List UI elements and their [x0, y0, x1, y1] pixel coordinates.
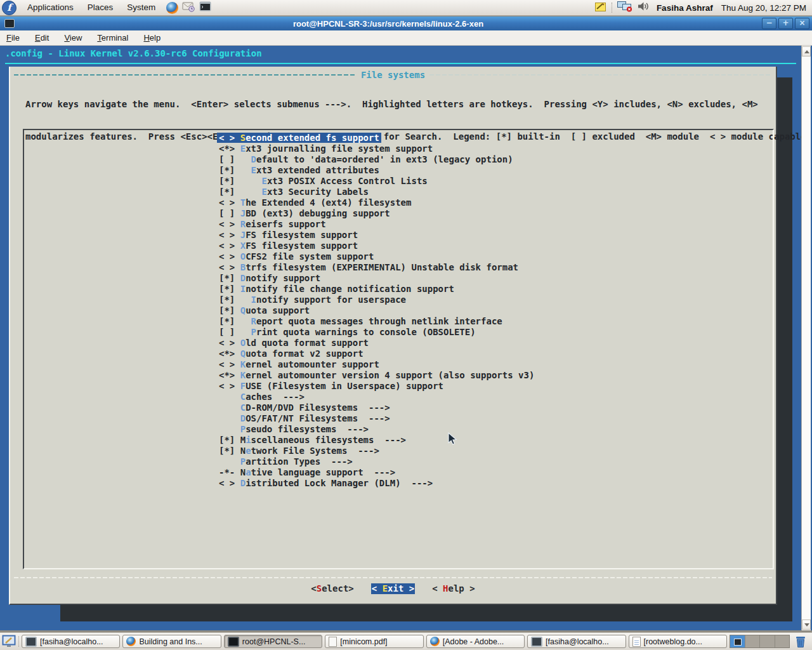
taskbar-window-label: [minicom.pdf] [340, 637, 387, 646]
menu-item[interactable]: < > XFS filesystem support [219, 241, 773, 251]
instructions-line-1: Arrow keys navigate the menu. <Enter> se… [25, 99, 806, 110]
scroll-up-icon[interactable] [802, 46, 811, 56]
workspace-cell-3[interactable] [759, 635, 775, 647]
terminal-launcher-icon[interactable] [199, 1, 211, 14]
taskbar-window-label: [fasiha@localho... [40, 637, 103, 646]
taskbar-window-button[interactable]: [fasiha@localho... [22, 635, 120, 648]
maximize-icon[interactable]: + [778, 18, 793, 29]
backtitle-separator [5, 63, 796, 64]
menu-item[interactable]: <*> Ext3 journalling file system support [219, 143, 773, 154]
terminal-scrollbar[interactable] [801, 46, 811, 630]
close-icon[interactable]: × [795, 18, 809, 29]
trash-icon[interactable] [794, 634, 808, 650]
menu-item[interactable]: < > FUSE (Filesystem in Userspace) suppo… [219, 381, 773, 392]
menu-item[interactable]: [*] Dnotify support [219, 273, 773, 284]
menubar-item-terminal[interactable]: Terminal [97, 33, 128, 43]
scroll-down-icon[interactable] [802, 620, 811, 630]
menu-item[interactable]: Caches ---> [219, 392, 773, 402]
menu-item[interactable]: [ ] Print quota warnings to console (OBS… [219, 327, 773, 338]
menu-item[interactable]: < > Old quota format support [219, 338, 773, 348]
workspace-switcher [730, 635, 790, 648]
menu-item[interactable]: < > OCFS2 file system support [219, 251, 773, 262]
window-titlebar[interactable]: root@HPCNL-SR-3:/usr/src/kernels/linux-2… [0, 17, 812, 30]
taskbar: [fasiha@localho...Building and Ins...roo… [0, 632, 812, 650]
title-rule-left [14, 74, 357, 76]
menubar-item-file[interactable]: File [6, 33, 20, 43]
workspace-cell-4[interactable] [775, 635, 790, 647]
taskbar-window-button[interactable]: [Adobe - Adobe... [426, 635, 525, 648]
panel-menu-system[interactable]: System [120, 0, 162, 15]
menuconfig-backtitle: .config - Linux Kernel v2.6.30-rc6 Confi… [5, 48, 262, 58]
menu-item[interactable]: [*] Inotify file change notification sup… [219, 284, 773, 295]
button-separator [14, 577, 772, 578]
menu-item[interactable]: [*] Network File Systems ---> [219, 446, 773, 456]
menu-item[interactable]: [*] Report quota messages through netlin… [219, 316, 773, 327]
email-icon[interactable] [182, 1, 195, 15]
workspace-cell-2[interactable] [745, 635, 760, 647]
mouse-cursor [448, 432, 457, 448]
taskbar-window-button[interactable]: Building and Ins... [122, 635, 221, 648]
terminal-content: .config - Linux Kernel v2.6.30-rc6 Confi… [0, 46, 812, 630]
menu-item[interactable]: < > Distributed Lock Manager (DLM) ---> [219, 478, 773, 489]
menu-item[interactable]: CD-ROM/DVD Filesystems ---> [219, 402, 773, 413]
taskbar-window-label: [fasiha@localho... [546, 637, 609, 646]
menu-item[interactable]: [ ] Default to 'data=ordered' in ext3 (l… [219, 154, 773, 165]
menu-item[interactable]: <*> Kernel automounter version 4 support… [219, 370, 773, 381]
taskbar-window-button[interactable]: [rootweblog.do... [629, 635, 727, 648]
workspace-window-icon [734, 639, 742, 646]
menu-item[interactable]: DOS/FAT/NT Filesystems ---> [219, 413, 773, 424]
terminal-icon [25, 637, 37, 647]
dialog-button-select[interactable]: <Select> [311, 583, 353, 594]
network-offline-icon[interactable] [617, 1, 632, 15]
panel-menu-applications[interactable]: Applications [20, 0, 81, 15]
logged-in-user: Fasiha Ashraf [657, 3, 713, 13]
menu-item[interactable]: < > Second extended fs support [219, 133, 773, 143]
dialog-shadow-bottom [60, 605, 777, 621]
menu-item[interactable]: [*] Inotify support for userspace [219, 295, 773, 305]
pdf-icon [329, 637, 337, 647]
desktop: f ApplicationsPlacesSystem Fasiha Ashraf [0, 0, 812, 650]
menu-item[interactable]: <*> Quota format v2 support [219, 348, 773, 359]
panel-clock[interactable]: Thu Aug 20, 12:27 PM [721, 3, 808, 13]
taskbar-window-button[interactable]: [fasiha@localho... [527, 635, 625, 648]
menu-item[interactable]: -*- Native language support ---> [219, 467, 773, 478]
menu-item[interactable]: < > Reiserfs support [219, 219, 773, 230]
document-icon [632, 637, 641, 647]
menubar-item-help[interactable]: Help [143, 33, 160, 43]
terminal-dark-icon [228, 637, 239, 647]
dialog-button-row: <Select>< Exit >< Help > [10, 583, 776, 594]
menu-item[interactable]: [ ] JBD (ext3) debugging support [219, 208, 773, 219]
terminal-window: root@HPCNL-SR-3:/usr/src/kernels/linux-2… [0, 17, 812, 630]
menu-item[interactable]: [*] Ext3 Security Labels [219, 187, 773, 197]
menu-item[interactable]: < > Btrfs filesystem (EXPERIMENTAL) Unst… [219, 262, 773, 273]
terminal-icon [531, 637, 542, 647]
menubar-item-view[interactable]: View [64, 33, 82, 43]
window-terminal-icon [4, 19, 15, 28]
fedora-menu-icon[interactable]: f [2, 1, 16, 15]
taskbar-window-button[interactable]: [minicom.pdf] [325, 635, 423, 648]
workspace-cell-1[interactable] [730, 635, 745, 647]
top-panel: f ApplicationsPlacesSystem Fasiha Ashraf [0, 0, 812, 16]
dialog-button-exit[interactable]: < Exit > [371, 583, 415, 594]
minimize-icon[interactable]: − [762, 18, 776, 29]
menubar-item-edit[interactable]: Edit [35, 33, 49, 43]
menu-item[interactable]: [*] Quota support [219, 305, 773, 316]
title-rule-right [429, 74, 772, 76]
firefox-icon [126, 637, 136, 646]
menu-item[interactable]: Pseudo filesystems ---> [219, 424, 773, 435]
volume-icon[interactable] [637, 1, 650, 14]
menu-item[interactable]: < > Kernel automounter support [219, 359, 773, 370]
menu-item[interactable]: [*] Ext3 extended attributes [219, 165, 773, 176]
menu-item[interactable]: [*] Ext3 POSIX Access Control Lists [219, 176, 773, 187]
panel-menu-places[interactable]: Places [81, 0, 121, 15]
notes-icon[interactable] [594, 1, 607, 15]
firefox-icon[interactable] [166, 2, 178, 14]
menu-item[interactable]: < > The Extended 4 (ext4) filesystem [219, 197, 773, 208]
taskbar-window-button[interactable]: root@HPCNL-S... [224, 635, 322, 648]
window-menubar: FileEditViewTerminalHelp [0, 30, 812, 46]
show-desktop-icon[interactable] [2, 635, 16, 647]
dialog-button-help[interactable]: < Help > [432, 583, 475, 594]
menu-item[interactable]: < > JFS filesystem support [219, 230, 773, 241]
menu-item[interactable]: Partition Types ---> [219, 456, 773, 467]
menu-item[interactable]: [*] Miscellaneous filesystems ---> [219, 435, 773, 446]
